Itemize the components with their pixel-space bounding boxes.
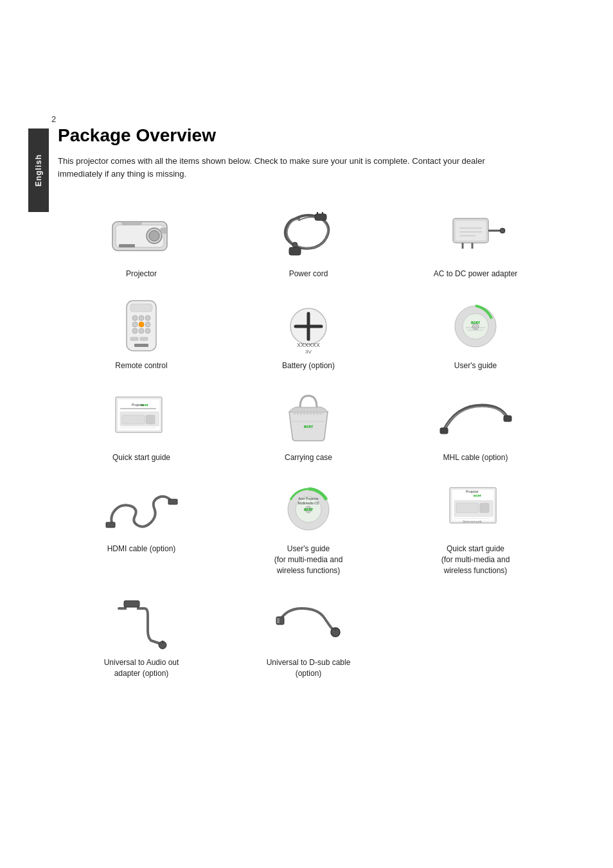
ac-adapter-image [437,206,514,263]
item-ac-adapter-label: AC to DC power adapter [434,269,518,279]
item-battery: XXXXXX 3V Battery (option) [225,291,392,383]
item-power-cord-label: Power cord [289,269,328,279]
item-universal-audio: Universal to Audio outadapter (option) [58,588,225,691]
item-power-cord: Power cord [225,199,392,291]
svg-rect-32 [130,337,138,341]
svg-text:acer: acer [304,507,314,511]
svg-text:3V: 3V [305,349,312,355]
svg-point-31 [145,328,150,333]
svg-point-27 [139,322,144,327]
svg-rect-6 [161,228,167,233]
svg-text:acer: acer [471,320,481,324]
svg-rect-60 [106,522,115,527]
svg-rect-13 [455,220,486,241]
item-universal-audio-label: Universal to Audio outadapter (option) [104,657,179,679]
svg-rect-33 [140,337,148,341]
sidebar-label: English [34,154,43,186]
svg-rect-77 [124,601,139,607]
item-users-guide-label: User's guide [454,360,497,371]
item-mhl-cable-label: MHL cable (option) [443,452,508,463]
item-projector-label: Projector [126,269,157,279]
item-users-guide-multimedia: Acer Projector Multimedia CD acer User's… [225,474,392,587]
power-cord-image [270,206,347,263]
item-carrying-case: acer Carrying case [225,383,392,475]
svg-rect-59 [504,416,511,421]
users-guide-image: acer [437,297,514,355]
universal-audio-image [103,594,180,652]
mhl-cable-image [437,389,514,447]
svg-text:XXXXXX: XXXXXX [297,342,320,348]
svg-text:Projector: Projector [132,403,145,407]
svg-rect-73 [456,503,479,513]
main-content: Package Overview This projector comes wi… [58,125,578,690]
svg-rect-74 [480,503,489,513]
item-quick-start-guide-label: Quick start guide [112,452,170,463]
item-hdmi-cable-label: HDMI cable (option) [107,544,176,554]
projector-image [103,206,180,263]
page-description: This projector comes with all the items … [58,155,495,180]
svg-text:Quick start guide: Quick start guide [463,520,483,523]
svg-rect-22 [130,304,152,312]
item-hdmi-cable: HDMI cable (option) [58,474,225,587]
svg-point-17 [500,228,505,233]
item-users-guide: acer User's guide [392,291,559,383]
svg-point-11 [292,242,298,247]
svg-point-24 [139,315,144,321]
item-remote-control-label: Remote control [115,360,167,371]
carrying-case-image: acer [270,389,347,447]
svg-text:Multimedia CD: Multimedia CD [298,501,319,505]
svg-point-25 [145,315,150,321]
item-mhl-cable: MHL cable (option) [392,383,559,475]
svg-rect-81 [277,618,280,623]
svg-point-28 [145,322,150,327]
remote-control-image [103,297,180,355]
item-universal-dsub-label: Universal to D-sub cable(option) [267,657,351,679]
svg-point-29 [132,328,138,333]
item-users-guide-multimedia-label: User's guide(for multi-media andwireless… [274,544,343,576]
page-title: Package Overview [58,125,578,146]
svg-text:acer: acer [304,424,314,429]
svg-point-3 [149,231,159,241]
item-quick-start-guide-multimedia-label: Quick start guide(for multi-media andwir… [441,544,510,576]
svg-rect-58 [440,428,448,434]
svg-text:acer: acer [474,493,482,497]
svg-rect-34 [134,344,148,347]
svg-point-30 [139,328,144,333]
page-number: 2 [51,114,56,124]
items-grid: Projector Power cord [58,199,559,690]
quick-start-guide-multimedia-image: acer Projector Quick start guide [437,481,514,538]
item-ac-adapter: AC to DC power adapter [392,199,559,291]
quick-start-guide-image: acer Projector [103,389,180,447]
item-battery-label: Battery (option) [282,360,335,371]
svg-rect-10 [289,247,301,255]
svg-rect-61 [168,499,177,504]
item-remote-control: Remote control [58,291,225,383]
svg-text:Acer Projector: Acer Projector [298,497,319,500]
users-guide-multimedia-image: Acer Projector Multimedia CD acer [270,481,347,538]
svg-point-26 [132,322,138,327]
hdmi-cable-image [103,481,180,538]
svg-rect-53 [146,415,155,424]
svg-text:Projector: Projector [466,490,479,493]
universal-dsub-image [270,594,347,652]
svg-point-23 [132,315,138,321]
svg-rect-5 [119,244,135,247]
item-quick-start-guide-multimedia: acer Projector Quick start guide Quick s… [392,474,559,587]
svg-rect-7 [315,214,326,220]
sidebar-tab: English [28,128,49,212]
svg-rect-52 [122,415,145,424]
item-projector: Projector [58,199,225,291]
item-carrying-case-label: Carrying case [285,452,332,463]
battery-image: XXXXXX 3V [270,297,347,355]
svg-rect-4 [122,222,141,225]
item-universal-dsub: Universal to D-sub cable(option) [225,588,392,691]
item-quick-start-guide: acer Projector Quick start guide [58,383,225,475]
